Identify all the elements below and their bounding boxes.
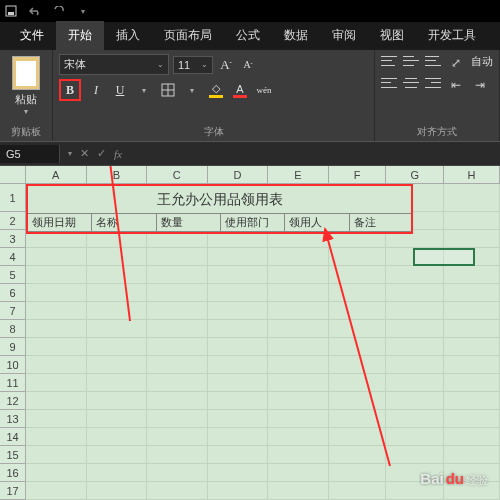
watermark: Baidu 经验 bbox=[420, 470, 488, 488]
tab-layout[interactable]: 页面布局 bbox=[152, 21, 224, 50]
clipboard-group: 粘贴 ▾ 剪贴板 bbox=[0, 50, 53, 141]
clipboard-group-label: 剪贴板 bbox=[6, 123, 46, 139]
fx-icon[interactable]: fx bbox=[114, 148, 122, 160]
orientation-icon[interactable]: ⤢ bbox=[447, 54, 465, 72]
tab-formulas[interactable]: 公式 bbox=[224, 21, 272, 50]
col-header[interactable]: G bbox=[386, 166, 444, 184]
alignment-group-label: 对齐方式 bbox=[381, 123, 493, 139]
col-header[interactable]: A bbox=[26, 166, 87, 184]
paste-button[interactable]: 粘贴 ▾ bbox=[6, 54, 46, 118]
row-header[interactable]: 4 bbox=[0, 248, 26, 266]
column-headers[interactable]: ABCDEFGH bbox=[26, 166, 500, 184]
row-header[interactable]: 5 bbox=[0, 266, 26, 284]
table-header-cell: 备注 bbox=[350, 214, 411, 232]
table-header-row: 领用日期名称数量使用部门领用人备注 bbox=[28, 214, 411, 232]
clipboard-icon bbox=[12, 56, 40, 90]
tab-home[interactable]: 开始 bbox=[56, 21, 104, 50]
cancel-icon[interactable]: ✕ bbox=[80, 147, 89, 160]
row-header[interactable]: 7 bbox=[0, 302, 26, 320]
row-header[interactable]: 10 bbox=[0, 356, 26, 374]
border-button[interactable] bbox=[159, 81, 177, 99]
quick-access-toolbar: ▾ bbox=[0, 0, 500, 22]
table-header-cell: 名称 bbox=[92, 214, 156, 232]
tab-data[interactable]: 数据 bbox=[272, 21, 320, 50]
tab-developer[interactable]: 开发工具 bbox=[416, 21, 488, 50]
row-header[interactable]: 3 bbox=[0, 230, 26, 248]
italic-button[interactable]: I bbox=[87, 81, 105, 99]
row-header[interactable]: 14 bbox=[0, 428, 26, 446]
row-header[interactable]: 2 bbox=[0, 212, 26, 230]
col-header[interactable]: E bbox=[268, 166, 329, 184]
dropdown-icon[interactable]: ▾ bbox=[68, 149, 72, 158]
increase-font-icon[interactable]: Aˆ bbox=[217, 56, 235, 74]
ribbon: 粘贴 ▾ 剪贴板 宋体⌄ 11⌄ Aˆ Aˇ B bbox=[0, 50, 500, 142]
font-group: 宋体⌄ 11⌄ Aˆ Aˇ B I U ▾ ▾ ◇ bbox=[53, 50, 375, 141]
font-name-dropdown[interactable]: 宋体⌄ bbox=[59, 54, 169, 75]
qat-dropdown-icon[interactable]: ▾ bbox=[76, 4, 90, 18]
row-header[interactable]: 16 bbox=[0, 464, 26, 482]
border-dropdown-icon[interactable]: ▾ bbox=[183, 81, 201, 99]
tab-view[interactable]: 视图 bbox=[368, 21, 416, 50]
alignment-group: ⤢ 自动 ⇤ ⇥ 对齐方式 bbox=[375, 50, 500, 141]
table-header-cell: 数量 bbox=[157, 214, 221, 232]
row-header[interactable]: 13 bbox=[0, 410, 26, 428]
confirm-icon[interactable]: ✓ bbox=[97, 147, 106, 160]
table-header-cell: 使用部门 bbox=[221, 214, 285, 232]
tab-file[interactable]: 文件 bbox=[8, 21, 56, 50]
underline-button[interactable]: U bbox=[111, 81, 129, 99]
table-header-cell: 领用人 bbox=[285, 214, 349, 232]
font-group-label: 字体 bbox=[59, 123, 368, 139]
formula-bar: G5 ▾ ✕ ✓ fx bbox=[0, 142, 500, 166]
table-title: 王允办公用品领用表 bbox=[28, 186, 411, 214]
row-header[interactable]: 11 bbox=[0, 374, 26, 392]
align-left-icon[interactable] bbox=[381, 76, 397, 90]
align-center-icon[interactable] bbox=[403, 76, 419, 90]
tab-review[interactable]: 审阅 bbox=[320, 21, 368, 50]
font-size-dropdown[interactable]: 11⌄ bbox=[173, 56, 213, 74]
save-icon[interactable] bbox=[4, 4, 18, 18]
decrease-indent-icon[interactable]: ⇤ bbox=[447, 76, 465, 94]
align-bottom-icon[interactable] bbox=[425, 54, 441, 68]
col-header[interactable]: H bbox=[444, 166, 500, 184]
bold-button[interactable]: B bbox=[59, 79, 81, 101]
row-header[interactable]: 6 bbox=[0, 284, 26, 302]
redo-icon[interactable] bbox=[52, 4, 66, 18]
worksheet[interactable]: ABCDEFGH 1234567891011121314151617 王允办公用… bbox=[0, 166, 500, 500]
font-color-button[interactable]: A bbox=[231, 83, 249, 98]
row-header[interactable]: 8 bbox=[0, 320, 26, 338]
col-header[interactable]: B bbox=[87, 166, 148, 184]
wrap-text-button[interactable]: 自动 bbox=[471, 54, 493, 72]
undo-icon[interactable] bbox=[28, 4, 42, 18]
tab-insert[interactable]: 插入 bbox=[104, 21, 152, 50]
row-header[interactable]: 12 bbox=[0, 392, 26, 410]
increase-indent-icon[interactable]: ⇥ bbox=[471, 76, 489, 94]
name-box[interactable]: G5 bbox=[0, 145, 60, 163]
table-header-cell: 领用日期 bbox=[28, 214, 92, 232]
data-table-highlight: 王允办公用品领用表 领用日期名称数量使用部门领用人备注 bbox=[26, 184, 413, 234]
underline-dropdown-icon[interactable]: ▾ bbox=[135, 81, 153, 99]
align-top-icon[interactable] bbox=[381, 54, 397, 68]
col-header[interactable]: F bbox=[329, 166, 387, 184]
row-header[interactable]: 1 bbox=[0, 184, 26, 212]
col-header[interactable]: D bbox=[208, 166, 269, 184]
row-header[interactable]: 9 bbox=[0, 338, 26, 356]
phonetic-button[interactable]: wén bbox=[255, 81, 273, 99]
align-middle-icon[interactable] bbox=[403, 54, 419, 68]
fill-color-button[interactable]: ◇ bbox=[207, 82, 225, 98]
paste-label: 粘贴 bbox=[15, 92, 37, 107]
align-right-icon[interactable] bbox=[425, 76, 441, 90]
row-headers[interactable]: 1234567891011121314151617 bbox=[0, 184, 26, 500]
ribbon-tabs: 文件 开始 插入 页面布局 公式 数据 审阅 视图 开发工具 bbox=[0, 22, 500, 50]
row-header[interactable]: 15 bbox=[0, 446, 26, 464]
svg-rect-1 bbox=[8, 12, 14, 15]
select-all-corner[interactable] bbox=[0, 166, 26, 184]
decrease-font-icon[interactable]: Aˇ bbox=[239, 56, 257, 74]
row-header[interactable]: 17 bbox=[0, 482, 26, 500]
col-header[interactable]: C bbox=[147, 166, 208, 184]
